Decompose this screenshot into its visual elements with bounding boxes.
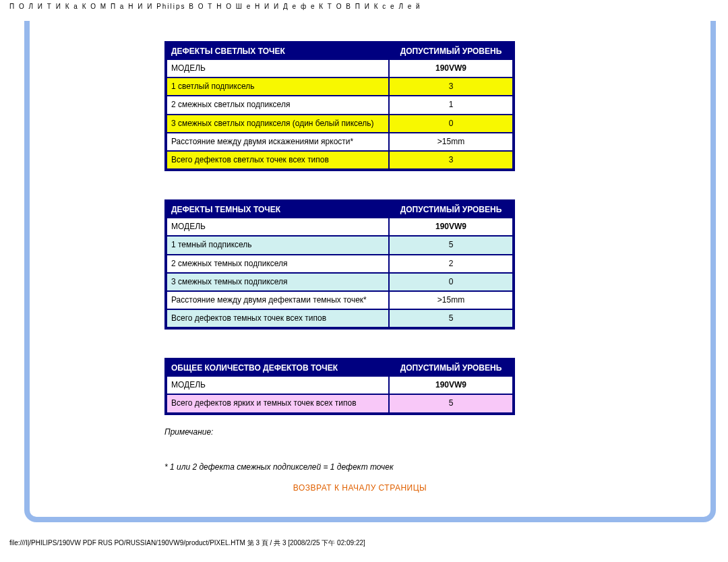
cell-right: 3 [389,77,513,96]
cell-left: Всего дефектов ярких и темных точек всех… [166,394,389,412]
cell-right: >15mm [389,291,513,309]
content-area: ДЕФЕКТЫ СВЕТЛЫХ ТОЧЕК ДОПУСТИМЫЙ УРОВЕНЬ… [30,21,710,493]
cell-left: МОДЕЛЬ [166,376,389,394]
cell-left: МОДЕЛЬ [166,218,389,236]
cell-left: Всего дефектов светлых точек всех типов [166,151,389,169]
table-header-left: ДЕФЕКТЫ ТЕМНЫХ ТОЧЕК [166,201,389,218]
back-to-top-link[interactable]: ВОЗВРАТ К НАЧАЛУ СТРАНИЦЫ [164,483,690,493]
table-header-right: ДОПУСТИМЫЙ УРОВЕНЬ [389,201,513,218]
cell-left: 1 темный подпиксель [166,236,389,254]
cell-right: 0 [389,115,513,133]
cell-left: МОДЕЛЬ [166,59,389,77]
table-row: Всего дефектов светлых точек всех типов … [166,151,513,169]
cell-right: 0 [389,273,513,291]
cell-right: 190VW9 [389,218,513,236]
table-header-row: ОБЩЕЕ КОЛИЧЕСТВО ДЕФЕКТОВ ТОЧЕК ДОПУСТИМ… [166,360,513,376]
cell-right: 3 [389,151,513,169]
table-header-row: ДЕФЕКТЫ ТЕМНЫХ ТОЧЕК ДОПУСТИМЫЙ УРОВЕНЬ [166,201,513,218]
table-row: МОДЕЛЬ 190VW9 [166,59,513,77]
notes-block: Примечание: * 1 или 2 дефекта смежных по… [164,423,690,476]
cell-left: 3 смежных светлых подпикселя (один белый… [166,115,389,133]
table-bright-defects: ДЕФЕКТЫ СВЕТЛЫХ ТОЧЕК ДОПУСТИМЫЙ УРОВЕНЬ… [164,41,515,171]
table-header-left: ДЕФЕКТЫ СВЕТЛЫХ ТОЧЕК [166,43,389,59]
cell-left: Всего дефектов темных точек всех типов [166,309,389,327]
table-row: 2 смежных светлых подпикселя 1 [166,96,513,114]
table-total-defects: ОБЩЕЕ КОЛИЧЕСТВО ДЕФЕКТОВ ТОЧЕК ДОПУСТИМ… [164,358,515,414]
table-dark-defects: ДЕФЕКТЫ ТЕМНЫХ ТОЧЕК ДОПУСТИМЫЙ УРОВЕНЬ … [164,199,515,330]
table-row: МОДЕЛЬ 190VW9 [166,218,513,236]
cell-left: Расстояние между двумя искажениями яркос… [166,133,389,151]
cell-left: Расстояние между двумя дефектами темных … [166,291,389,309]
cell-right: 190VW9 [389,59,513,77]
table-row: 1 темный подпиксель 5 [166,236,513,254]
table-header-left: ОБЩЕЕ КОЛИЧЕСТВО ДЕФЕКТОВ ТОЧЕК [166,360,389,376]
cell-left: 1 светлый подпиксель [166,77,389,96]
table-row: 2 смежных темных подпикселя 2 [166,255,513,273]
table-row: МОДЕЛЬ 190VW9 [166,376,513,394]
table-row: Всего дефектов темных точек всех типов 5 [166,309,513,327]
table-header-right: ДОПУСТИМЫЙ УРОВЕНЬ [389,360,513,376]
notes-heading: Примечание: [164,423,690,441]
cell-left: 2 смежных светлых подпикселя [166,96,389,114]
cell-left: 3 смежных темных подпикселя [166,273,389,291]
cell-right: 5 [389,394,513,412]
table-row: 1 светлый подпиксель 3 [166,77,513,96]
table-row: Расстояние между двумя искажениями яркос… [166,133,513,151]
cell-right: 5 [389,309,513,327]
table-row: Расстояние между двумя дефектами темных … [166,291,513,309]
cell-right: 5 [389,236,513,254]
footer-file-path: file:///I|/PHILIPS/190VW PDF RUS PO/RUSS… [0,522,728,552]
table-row: Всего дефектов ярких и темных точек всех… [166,394,513,412]
table-header-right: ДОПУСТИМЫЙ УРОВЕНЬ [389,43,513,59]
cell-right: 2 [389,255,513,273]
cell-left: 2 смежных темных подпикселя [166,255,389,273]
table-row: 3 смежных светлых подпикселя (один белый… [166,115,513,133]
table-row: 3 смежных темных подпикселя 0 [166,273,513,291]
notes-text: * 1 или 2 дефекта смежных подпикселей = … [164,458,690,476]
cell-right: 190VW9 [389,376,513,394]
page-header-title: П О Л И Т И К а К О М П а Н И И Philips … [0,0,728,13]
table-header-row: ДЕФЕКТЫ СВЕТЛЫХ ТОЧЕК ДОПУСТИМЫЙ УРОВЕНЬ [166,43,513,59]
cell-right: 1 [389,96,513,114]
content-frame: ДЕФЕКТЫ СВЕТЛЫХ ТОЧЕК ДОПУСТИМЫЙ УРОВЕНЬ… [24,21,716,522]
cell-right: >15mm [389,133,513,151]
